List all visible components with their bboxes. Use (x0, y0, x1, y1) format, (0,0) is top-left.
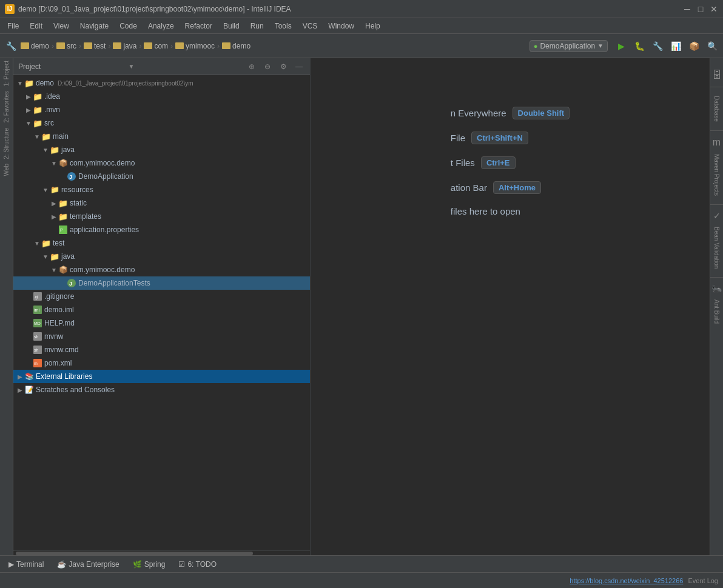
terminal-icon: ▶ (8, 560, 14, 569)
menu-edit[interactable]: Edit (25, 20, 47, 32)
breadcrumb-ymimooc[interactable]: ymimooc (175, 42, 215, 50)
menu-vcs[interactable]: VCS (298, 20, 323, 32)
tree-main[interactable]: ▼ 📁 main (13, 130, 310, 143)
recent-files-shortcut[interactable]: Ctrl+E (481, 156, 516, 169)
build-artifacts-button[interactable]: 📦 (687, 39, 701, 53)
nav-bar-text: ation Bar (451, 182, 487, 193)
tab-java-enterprise[interactable]: ☕ Java Enterprise (51, 559, 125, 570)
svg-text:J: J (69, 174, 72, 180)
panel-settings-button[interactable]: ⚙ (277, 61, 289, 73)
tree-src[interactable]: ▼ 📁 src (13, 116, 310, 130)
coverage-button[interactable]: 🔧 (650, 39, 665, 53)
tree-label-src: src (44, 119, 54, 127)
tree-arrow-static: ▶ (50, 199, 58, 207)
breadcrumb-demo[interactable]: demo (21, 42, 49, 50)
minimize-button[interactable]: ─ (683, 5, 691, 13)
tree-pom-xml[interactable]: ▶ m pom.xml (13, 356, 310, 370)
tree-test[interactable]: ▼ 📁 test (13, 236, 310, 250)
menu-build[interactable]: Build (218, 20, 244, 32)
tree-label-resources: resources (61, 185, 93, 194)
run-config-selector[interactable]: ● DemoApplication ▼ (530, 40, 608, 52)
structure-tab[interactable]: 2: Structure (3, 128, 10, 159)
tree-static[interactable]: ▶ 📁 static (13, 196, 310, 210)
tree-horizontal-scrollbar[interactable] (13, 550, 310, 555)
tree-mvnw[interactable]: ▶ sh mvnw (13, 330, 310, 343)
title-text: demo [D:\09_01_Java_project\01project\sp… (18, 5, 683, 13)
sidebar-bean-validation[interactable]: Bean Validation (713, 224, 720, 271)
editor-area: n Everywhere Double Shift File Ctrl+Shif… (311, 58, 710, 555)
menu-code[interactable]: Code (115, 20, 142, 32)
java-icon-demo-app: J (67, 172, 76, 181)
tree-pkg-test[interactable]: ▼ 📦 com.ymimooc.demo (13, 263, 310, 276)
tree-external-libraries[interactable]: ▶ 📚 External Libraries (13, 370, 310, 383)
tree-demo-app-tests[interactable]: ▶ J DemoApplicationTests (13, 276, 310, 290)
menu-view[interactable]: View (49, 20, 74, 32)
tree-label-pkg-test: com.ymimooc.demo (70, 266, 135, 274)
sidebar-database[interactable]: Database (713, 93, 720, 124)
tree-mvn[interactable]: ▶ 📁 .mvn (13, 103, 310, 116)
open-file-shortcut[interactable]: Ctrl+Shift+N (471, 132, 528, 144)
breadcrumb-com[interactable]: com (144, 42, 168, 50)
panel-hide-button[interactable]: — (293, 61, 305, 73)
menu-analyze[interactable]: Analyze (143, 20, 179, 32)
nav-bar-shortcut[interactable]: Alt+Home (493, 181, 541, 194)
breadcrumb-java[interactable]: java (113, 42, 136, 50)
tree-scratches[interactable]: ▶ 📝 Scratches and Consoles (13, 383, 310, 396)
search-toolbar-button[interactable]: 🔍 (705, 39, 719, 53)
breadcrumb-demo2[interactable]: demo (222, 42, 251, 50)
panel-dropdown-icon[interactable]: ▼ (129, 63, 135, 70)
tree-java-test[interactable]: ▼ 📁 java (13, 250, 310, 263)
nav-bar-hint: ation Bar Alt+Home (451, 181, 570, 194)
scratches-icon: 📝 (24, 385, 34, 395)
panel-sync-button[interactable]: ⊕ (246, 61, 258, 73)
tree-mvnw-cmd[interactable]: ▶ sh mvnw.cmd (13, 343, 310, 356)
sidebar-maven[interactable]: Maven Projects (713, 152, 720, 198)
favorites-tab[interactable]: 2: Favorites (3, 91, 10, 122)
breadcrumb-test[interactable]: test (84, 42, 106, 50)
drop-hint-text: files here to open (451, 206, 520, 216)
folder-icon-resources: 📁 (50, 185, 59, 195)
tree-root-demo[interactable]: ▼ 📁 demo D:\09_01_Java_project\01project… (13, 76, 310, 90)
back-button[interactable]: 🔧 (4, 39, 18, 53)
folder-icon (175, 42, 184, 49)
menu-navigate[interactable]: Navigate (75, 20, 113, 32)
tree-demo-iml[interactable]: ▶ iml demo.iml (13, 303, 310, 316)
menu-help[interactable]: Help (360, 20, 385, 32)
ant-build-icon: 🐜 (711, 284, 722, 293)
tab-todo[interactable]: ☑ 6: TODO (172, 559, 223, 570)
sidebar-ant-build[interactable]: Ant Build (713, 297, 720, 326)
search-everywhere-shortcut[interactable]: Double Shift (513, 107, 570, 119)
tree-gitignore[interactable]: ▶ .gi .gitignore (13, 290, 310, 303)
maximize-button[interactable]: □ (696, 5, 705, 13)
menu-file[interactable]: File (2, 20, 24, 32)
tab-terminal[interactable]: ▶ Terminal (2, 559, 50, 570)
breadcrumb-src[interactable]: src (56, 42, 76, 50)
status-link[interactable]: https://blog.csdn.net/weixin_42512266 (570, 577, 683, 584)
menu-refactor[interactable]: Refactor (180, 20, 217, 32)
tab-spring[interactable]: 🌿 Spring (127, 559, 172, 570)
tree-pkg-com[interactable]: ▼ 📦 com.ymimooc.demo (13, 156, 310, 170)
menu-window[interactable]: Window (323, 20, 359, 32)
menu-run[interactable]: Run (246, 20, 269, 32)
tree-help-md[interactable]: ▶ MD HELP.md (13, 316, 310, 330)
tree-idea[interactable]: ▶ 📁 .idea (13, 90, 310, 103)
tree-app-properties[interactable]: ▶ P application.properties (13, 223, 310, 236)
tree-templates[interactable]: ▶ 📁 templates (13, 210, 310, 223)
project-tab[interactable]: 1: Project (3, 61, 10, 86)
project-tree[interactable]: ▼ 📁 demo D:\09_01_Java_project\01project… (13, 75, 310, 550)
package-icon-com: 📦 (58, 158, 68, 168)
debug-button[interactable]: 🐛 (632, 39, 647, 53)
run-button[interactable]: ▶ (614, 39, 628, 53)
folder-icon-static: 📁 (58, 198, 68, 208)
menu-tools[interactable]: Tools (270, 20, 297, 32)
event-log-label[interactable]: Event Log (688, 577, 718, 584)
folder-icon (56, 42, 65, 49)
tree-java-main[interactable]: ▼ 📁 java (13, 143, 310, 156)
tree-resources[interactable]: ▼ 📁 resources (13, 183, 310, 196)
close-button[interactable]: ✕ (710, 5, 718, 13)
profile-button[interactable]: 📊 (668, 39, 683, 53)
tree-demo-application[interactable]: ▶ J DemoApplication (13, 170, 310, 183)
panel-collapse-button[interactable]: ⊖ (261, 61, 274, 73)
folder-icon-mvn: 📁 (33, 105, 42, 115)
web-tab[interactable]: Web (3, 164, 10, 176)
